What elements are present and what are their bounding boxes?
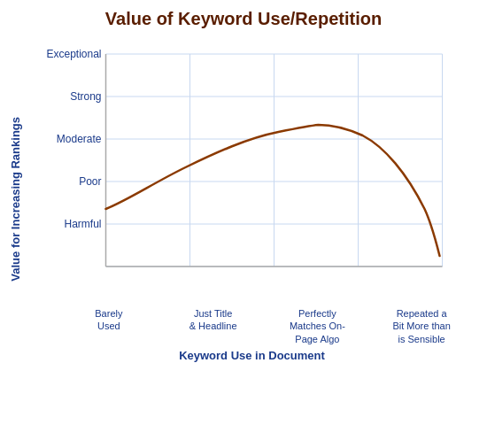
x-label-perfectly: Perfectly Matches On- Page Algo [266, 307, 370, 345]
x-label-barely: Barely Used [57, 307, 161, 345]
y-axis-label: Value for Increasing Rankings [9, 117, 22, 282]
x-label-repeated: Repeated a Bit More than is Sensible [369, 307, 474, 345]
svg-text:Poor: Poor [79, 175, 101, 188]
svg-text:Moderate: Moderate [57, 133, 102, 145]
svg-text:Exceptional: Exceptional [46, 48, 101, 60]
x-axis-title: Keyword Use in Document [26, 349, 478, 362]
x-axis-labels: Barely Used Just Title & Headline Perfec… [26, 305, 474, 345]
svg-text:Harmful: Harmful [64, 218, 101, 230]
x-label-title: Just Title & Headline [161, 307, 266, 345]
svg-text:Strong: Strong [70, 90, 101, 103]
chart-title: Value of Keyword Use/Repetition [105, 9, 382, 29]
chart-svg-container: Exceptional Strong Moderate Poor Harmful [26, 36, 478, 305]
